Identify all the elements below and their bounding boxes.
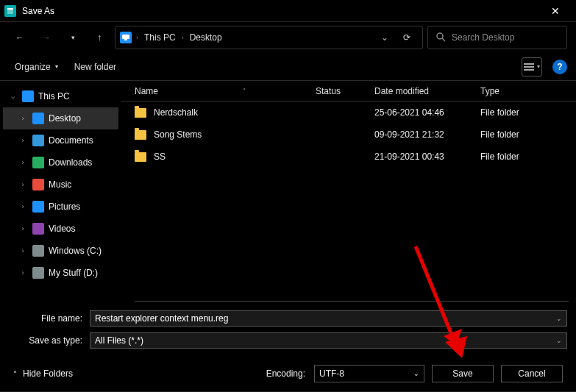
filename-input[interactable] (95, 313, 552, 324)
column-status[interactable]: Status (316, 86, 374, 96)
new-folder-button[interactable]: New folder (68, 59, 122, 75)
sidebar-item-label: Pictures (49, 202, 80, 212)
up-button[interactable]: ↑ (88, 26, 110, 49)
chevron-down-icon[interactable]: ⌄ (552, 315, 562, 322)
search-icon (435, 32, 446, 44)
document-icon (32, 135, 44, 146)
file-name-cell: SS (135, 152, 316, 162)
file-type-cell: File folder (480, 107, 554, 118)
chevron-down-icon: ▾ (55, 63, 58, 70)
sidebar-item-music[interactable]: › Music (3, 174, 118, 196)
view-options-button[interactable]: ▾ (522, 57, 542, 76)
download-icon (32, 157, 44, 168)
file-date-cell: 21-09-2021 00:43 (374, 152, 480, 162)
scroll-track (135, 301, 569, 302)
save-form: File name: ⌄ Save as type: All Files (*.… (0, 302, 576, 356)
file-row[interactable]: Nerdschalk 25-06-2021 04:46 File folder (121, 101, 576, 124)
sidebar-item-drive-d[interactable]: › My Stuff (D:) (3, 262, 118, 284)
title-bar: Save As ✕ (0, 0, 576, 22)
column-date[interactable]: Date modified (374, 86, 480, 96)
chevron-down-icon: ⌄ (552, 337, 562, 344)
chevron-down-icon: ⌵ (7, 93, 18, 100)
file-row[interactable]: SS 21-09-2021 00:43 File folder (121, 146, 576, 168)
sidebar-item-label: Videos (49, 224, 75, 234)
back-button[interactable]: ← (9, 26, 31, 49)
filename-field[interactable]: ⌄ (90, 310, 567, 327)
sidebar-item-label: My Stuff (D:) (49, 268, 98, 278)
file-name-cell: Nerdschalk (135, 107, 316, 118)
folder-icon (135, 108, 146, 118)
help-button[interactable]: ? (552, 60, 567, 74)
encoding-value: UTF-8 (319, 368, 344, 379)
sidebar-item-desktop[interactable]: › Desktop (3, 107, 118, 129)
saveastype-value: All Files (*.*) (95, 335, 143, 346)
sidebar-item-this-pc[interactable]: ⌵ This PC (3, 85, 118, 107)
file-type-cell: File folder (480, 152, 554, 162)
sidebar-item-drive-c[interactable]: › Windows (C:) (3, 240, 118, 262)
file-name-cell: Song Stems (135, 129, 316, 140)
search-placeholder: Search Desktop (452, 32, 514, 43)
sidebar-item-label: Windows (C:) (49, 246, 102, 256)
sidebar-item-videos[interactable]: › Videos (3, 218, 118, 240)
close-button[interactable]: ✕ (541, 5, 570, 17)
pc-icon (22, 90, 34, 102)
svg-line-5 (442, 38, 445, 41)
toolbar: Organize ▾ New folder ▾ ? (0, 53, 576, 81)
folder-icon (135, 152, 146, 162)
videos-icon (32, 223, 44, 235)
svg-rect-3 (124, 39, 127, 40)
saveastype-label: Save as type: (9, 335, 90, 346)
sidebar-item-label: This PC (38, 91, 70, 101)
sidebar-item-documents[interactable]: › Documents (3, 129, 118, 152)
column-type[interactable]: Type (480, 86, 554, 96)
sidebar-item-label: Documents (49, 135, 93, 146)
address-bar[interactable]: › This PC › Desktop ⌄ ⟳ (115, 26, 423, 49)
chevron-right-icon: › (18, 181, 28, 188)
svg-rect-2 (122, 35, 129, 39)
window-title: Save As (22, 6, 541, 16)
pictures-icon (32, 201, 44, 213)
save-button[interactable]: Save (432, 365, 494, 382)
breadcrumb-segment[interactable]: Desktop (188, 32, 224, 43)
sidebar-item-label: Downloads (49, 157, 92, 168)
column-name[interactable]: Name ˄ (135, 86, 316, 96)
chevron-right-icon: › (180, 34, 185, 41)
chevron-right-icon: › (18, 159, 28, 166)
file-list-pane: Name ˄ Status Date modified Type Nerdsch… (121, 81, 576, 302)
chevron-right-icon: › (18, 247, 28, 254)
encoding-select[interactable]: UTF-8 ⌄ (314, 365, 424, 382)
svg-point-4 (437, 33, 443, 39)
file-date-cell: 09-09-2021 21:32 (374, 129, 480, 140)
breadcrumb-segment[interactable]: This PC (143, 32, 177, 43)
forward-button[interactable]: → (35, 26, 57, 49)
sidebar-item-pictures[interactable]: › Pictures (3, 196, 118, 218)
file-type-cell: File folder (480, 129, 554, 140)
body: ⌵ This PC › Desktop › Documents › Downlo… (0, 81, 576, 302)
svg-rect-1 (7, 8, 13, 10)
refresh-button[interactable]: ⟳ (396, 32, 418, 43)
search-input[interactable]: Search Desktop (427, 26, 567, 49)
history-dropdown[interactable]: ▾ (62, 26, 84, 49)
drive-icon (32, 267, 44, 279)
hide-folders-button[interactable]: ˄ Hide Folders (13, 368, 73, 379)
organize-menu[interactable]: Organize ▾ (9, 59, 64, 75)
pc-icon (120, 32, 132, 43)
navigation-bar: ← → ▾ ↑ › This PC › Desktop ⌄ ⟳ Search D… (0, 22, 576, 53)
address-dropdown-icon[interactable]: ⌄ (377, 32, 393, 43)
encoding-label: Encoding: (266, 368, 305, 379)
saveastype-select[interactable]: All Files (*.*) ⌄ (90, 332, 567, 349)
sort-indicator-icon: ˄ (243, 88, 246, 94)
sidebar-item-downloads[interactable]: › Downloads (3, 152, 118, 174)
file-row[interactable]: Song Stems 09-09-2021 21:32 File folder (121, 124, 576, 146)
chevron-right-icon: › (18, 115, 28, 122)
sidebar-tree: ⌵ This PC › Desktop › Documents › Downlo… (0, 81, 121, 302)
drive-icon (32, 245, 44, 257)
filename-label: File name: (9, 313, 90, 324)
desktop-icon (32, 113, 44, 124)
sidebar-item-label: Music (49, 179, 71, 190)
cancel-button[interactable]: Cancel (501, 365, 563, 382)
file-date-cell: 25-06-2021 04:46 (374, 107, 480, 118)
footer: ˄ Hide Folders Encoding: UTF-8 ⌄ Save Ca… (0, 356, 576, 391)
folder-icon (135, 130, 146, 140)
chevron-right-icon: › (18, 137, 28, 144)
